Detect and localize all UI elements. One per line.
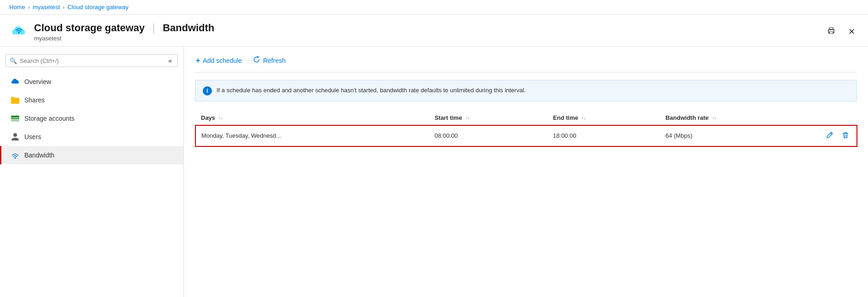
- svg-point-1: [18, 32, 20, 34]
- table-body: Monday, Tuesday, Wednesd... 08:00:00 18:…: [195, 125, 857, 146]
- refresh-button[interactable]: Refresh: [252, 54, 286, 67]
- collapse-sidebar-button[interactable]: «: [166, 57, 174, 64]
- cell-start-time: 08:00:00: [429, 125, 548, 146]
- users-icon: [11, 132, 20, 141]
- svg-rect-4: [829, 32, 833, 34]
- sort-arrows-days: ↑↓: [219, 116, 223, 120]
- svg-rect-5: [828, 30, 829, 31]
- col-header-actions: [818, 111, 857, 125]
- cell-end-time: 18:00:00: [548, 125, 660, 146]
- sidebar-item-overview-label: Overview: [24, 78, 51, 85]
- col-header-bandwidth-rate[interactable]: Bandwidth rate ↑↓: [660, 111, 818, 125]
- svg-rect-6: [11, 116, 19, 118]
- breadcrumb: Home › myasetest › Cloud storage gateway: [0, 0, 868, 15]
- page-header: Cloud storage gateway | Bandwidth myaset…: [0, 15, 868, 47]
- info-banner-text: If a schedule has ended and another sche…: [217, 86, 525, 95]
- sidebar-item-shares[interactable]: Shares: [0, 91, 183, 109]
- main-layout: 🔍 « Overview Shares: [0, 47, 868, 297]
- table-header: Days ↑↓ Start time ↑↓ End time ↑↓ Bandwi…: [195, 111, 857, 125]
- sidebar-item-storage-accounts[interactable]: Storage accounts: [0, 109, 183, 128]
- info-icon: i: [203, 86, 212, 95]
- toolbar: + Add schedule Refresh: [195, 54, 857, 73]
- close-button[interactable]: ✕: [845, 25, 859, 39]
- table-header-row: Days ↑↓ Start time ↑↓ End time ↑↓ Bandwi…: [195, 111, 857, 125]
- sidebar-item-bandwidth[interactable]: Bandwidth: [0, 146, 183, 164]
- row-actions: [824, 130, 851, 141]
- cloud-icon: [11, 77, 20, 86]
- folder-icon: [11, 95, 20, 105]
- add-schedule-button[interactable]: + Add schedule: [195, 55, 243, 67]
- add-schedule-label: Add schedule: [203, 57, 242, 64]
- edit-row-button[interactable]: [824, 130, 836, 141]
- sort-arrows-start-time: ↑↓: [466, 116, 470, 120]
- header-text: Cloud storage gateway | Bandwidth myaset…: [34, 21, 214, 42]
- content-area: + Add schedule Refresh i If a schedule h…: [184, 47, 868, 297]
- refresh-icon: [253, 56, 260, 65]
- sidebar-item-shares-label: Shares: [24, 96, 45, 104]
- refresh-label: Refresh: [263, 57, 286, 64]
- breadcrumb-sep1: ›: [28, 4, 30, 11]
- info-banner: i If a schedule has ended and another sc…: [195, 80, 857, 101]
- sidebar-item-users[interactable]: Users: [0, 128, 183, 146]
- svg-rect-8: [11, 120, 19, 122]
- svg-rect-12: [844, 132, 847, 133]
- svg-point-10: [14, 157, 16, 159]
- title-separator: |: [152, 21, 158, 34]
- cell-actions: [818, 125, 857, 146]
- col-header-end-time[interactable]: End time ↑↓: [548, 111, 660, 125]
- plus-icon: +: [196, 56, 200, 65]
- breadcrumb-sep2: ›: [63, 4, 64, 11]
- svg-point-9: [13, 133, 17, 137]
- print-button[interactable]: [824, 25, 838, 39]
- col-header-days[interactable]: Days ↑↓: [195, 111, 429, 125]
- header-actions: ✕: [824, 25, 859, 39]
- sidebar: 🔍 « Overview Shares: [0, 47, 184, 297]
- sidebar-item-bandwidth-label: Bandwidth: [24, 151, 54, 159]
- cell-days: Monday, Tuesday, Wednesd...: [195, 125, 429, 146]
- breadcrumb-home[interactable]: Home: [9, 4, 25, 11]
- delete-row-button[interactable]: [839, 130, 851, 141]
- sort-arrows-bandwidth-rate: ↑↓: [712, 116, 716, 120]
- sidebar-item-storage-accounts-label: Storage accounts: [24, 115, 74, 122]
- sidebar-item-overview[interactable]: Overview: [0, 73, 183, 91]
- storage-icon: [11, 114, 20, 123]
- search-input[interactable]: [20, 57, 164, 64]
- page-subtitle: myasetest: [34, 35, 214, 42]
- sort-arrows-end-time: ↑↓: [582, 116, 586, 120]
- breadcrumb-device[interactable]: myasetest: [33, 4, 60, 11]
- cell-bandwidth-rate: 64 (Mbps): [660, 125, 818, 146]
- page-title: Cloud storage gateway | Bandwidth: [34, 21, 214, 34]
- bandwidth-table: Days ↑↓ Start time ↑↓ End time ↑↓ Bandwi…: [195, 111, 857, 146]
- service-icon: [9, 22, 29, 41]
- wifi-icon: [11, 151, 20, 160]
- sidebar-item-users-label: Users: [24, 133, 41, 140]
- search-icon: 🔍: [10, 57, 17, 64]
- svg-rect-11: [843, 133, 848, 134]
- svg-rect-7: [11, 118, 19, 120]
- table-row[interactable]: Monday, Tuesday, Wednesd... 08:00:00 18:…: [195, 125, 857, 146]
- breadcrumb-current[interactable]: Cloud storage gateway: [68, 4, 129, 11]
- col-header-start-time[interactable]: Start time ↑↓: [429, 111, 548, 125]
- search-box[interactable]: 🔍 «: [6, 54, 178, 67]
